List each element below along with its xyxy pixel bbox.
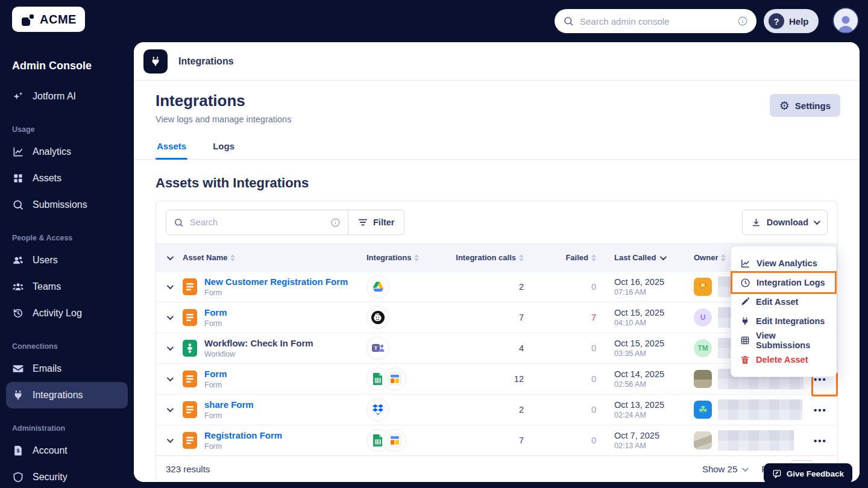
menu-item-edit-asset[interactable]: Edit Asset bbox=[731, 292, 836, 311]
calls-value: 7 bbox=[519, 313, 524, 322]
asset-name-link[interactable]: Registration Form bbox=[204, 430, 282, 440]
svg-text:$: $ bbox=[17, 448, 20, 454]
sort-icon[interactable] bbox=[519, 254, 524, 261]
expand-row-chevron-icon[interactable] bbox=[167, 344, 174, 351]
asset-name-link[interactable]: New Customer Registration Form bbox=[204, 277, 348, 287]
info-icon[interactable] bbox=[330, 217, 341, 228]
filter-label: Filter bbox=[373, 217, 394, 227]
admin-search[interactable] bbox=[555, 9, 756, 33]
last-called-time: 03:35 AM bbox=[614, 349, 685, 358]
filter-button[interactable]: Filter bbox=[348, 210, 404, 235]
table-search[interactable] bbox=[166, 210, 348, 235]
page-header: Integrations View logs and manage integr… bbox=[134, 81, 860, 124]
menu-item-label: Delete Asset bbox=[756, 355, 808, 364]
owner-avatar-photo bbox=[694, 431, 712, 449]
calls-value: 7 bbox=[519, 436, 524, 445]
sidebar-item-integrations[interactable]: Integrations bbox=[6, 382, 128, 408]
page-size-label: Show 25 bbox=[702, 464, 737, 474]
search-icon bbox=[563, 16, 574, 27]
sidebar-item-emails[interactable]: Emails bbox=[0, 355, 134, 382]
sidebar-item-account[interactable]: $ Account bbox=[0, 437, 134, 464]
calls-value: 2 bbox=[519, 282, 524, 292]
asset-type: Workflow bbox=[204, 350, 313, 358]
sidebar: Admin Console Jotform AI Usage Analytics… bbox=[0, 42, 134, 488]
sidebar-item-assets[interactable]: Assets bbox=[0, 165, 134, 192]
asset-name[interactable]: Workflow: Check In Form bbox=[204, 338, 313, 348]
table-row: Registration Form Form 7 0 Oct 7, 202502… bbox=[156, 425, 837, 455]
dropbox-icon bbox=[366, 398, 389, 421]
integrations-badge bbox=[143, 49, 168, 74]
table-footer: 323 results Show 25 Page: of bbox=[156, 455, 837, 482]
sidebar-item-label: Account bbox=[33, 445, 68, 456]
col-failed: Failed bbox=[565, 253, 588, 262]
col-asset-name: Asset Name bbox=[183, 253, 227, 262]
svg-text:T: T bbox=[374, 345, 378, 351]
sorted-desc-chevron-icon[interactable] bbox=[660, 253, 667, 260]
user-avatar[interactable] bbox=[832, 7, 859, 34]
search-icon bbox=[174, 217, 184, 228]
admin-search-input[interactable] bbox=[580, 16, 731, 27]
asset-name-link[interactable]: Form bbox=[204, 369, 227, 379]
feedback-icon bbox=[772, 469, 782, 478]
acme-logo[interactable]: ACME bbox=[12, 7, 85, 32]
sort-icon[interactable] bbox=[230, 254, 235, 261]
expand-row-chevron-icon[interactable] bbox=[167, 405, 174, 412]
last-called-date: Oct 15, 2025 bbox=[614, 339, 685, 348]
download-button[interactable]: Download bbox=[742, 210, 828, 235]
expand-all-chevron-icon[interactable] bbox=[167, 253, 174, 260]
pencil-icon bbox=[740, 297, 750, 307]
expand-row-chevron-icon[interactable] bbox=[167, 283, 174, 289]
menu-item-edit-integrations[interactable]: Edit Integrations bbox=[731, 311, 836, 331]
asset-name-link[interactable]: Form bbox=[204, 307, 227, 318]
tab-logs[interactable]: Logs bbox=[212, 140, 236, 159]
info-icon[interactable] bbox=[737, 16, 748, 27]
sort-icon[interactable] bbox=[414, 254, 419, 261]
expand-row-chevron-icon[interactable] bbox=[167, 436, 174, 443]
last-called-date: Oct 13, 2025 bbox=[614, 400, 685, 410]
failed-value: 0 bbox=[591, 374, 596, 384]
chevron-down-icon bbox=[742, 465, 749, 471]
sidebar-item-security[interactable]: Security bbox=[0, 464, 134, 488]
expand-row-chevron-icon[interactable] bbox=[167, 313, 174, 320]
last-called-date: Oct 14, 2025 bbox=[614, 369, 685, 379]
sort-icon[interactable] bbox=[721, 254, 726, 261]
asset-name-link[interactable]: share Form bbox=[204, 399, 254, 410]
sidebar-item-jotform-ai[interactable]: Jotform AI bbox=[0, 83, 134, 110]
owner-avatar-initial: U bbox=[694, 308, 712, 327]
last-called-time: 04:10 AM bbox=[614, 319, 685, 327]
sort-icon[interactable] bbox=[591, 254, 596, 261]
row-actions-button[interactable]: ••• bbox=[814, 405, 827, 415]
menu-item-view-analytics[interactable]: View Analytics bbox=[731, 254, 836, 273]
col-owner: Owner bbox=[694, 253, 718, 262]
give-feedback-button[interactable]: Give Feedback bbox=[764, 463, 852, 484]
breadcrumb: Integrations bbox=[134, 42, 860, 81]
page-subtitle: View logs and manage integrations bbox=[156, 114, 838, 124]
menu-item-label: Edit Integrations bbox=[756, 316, 825, 326]
help-button[interactable]: ? Help bbox=[764, 9, 819, 33]
sidebar-item-activity-log[interactable]: Activity Log bbox=[0, 300, 134, 327]
acme-logo-text: ACME bbox=[40, 13, 77, 27]
menu-item-view-submissions[interactable]: View Submissions bbox=[731, 331, 836, 350]
row-actions-button[interactable]: ••• bbox=[814, 436, 827, 446]
table-search-input[interactable] bbox=[190, 217, 324, 227]
menu-item-label: Edit Asset bbox=[756, 297, 798, 307]
section-title: Assets with Integrations bbox=[156, 175, 838, 191]
page-size-select[interactable]: Show 25 bbox=[702, 464, 747, 474]
calls-value: 12 bbox=[514, 374, 524, 384]
clock-icon bbox=[740, 278, 750, 288]
sidebar-item-analytics[interactable]: Analytics bbox=[0, 139, 134, 165]
calls-value: 2 bbox=[519, 405, 524, 414]
settings-button[interactable]: ⚙ Settings bbox=[770, 94, 840, 117]
menu-item-integration-logs[interactable]: Integration Logs bbox=[731, 273, 836, 292]
sidebar-item-teams[interactable]: Teams bbox=[0, 274, 134, 300]
question-icon: ? bbox=[769, 13, 784, 29]
sidebar-item-label: Assets bbox=[33, 173, 61, 184]
sidebar-item-submissions[interactable]: Submissions bbox=[0, 192, 134, 218]
asset-type: Form bbox=[204, 411, 254, 420]
table-grid-icon bbox=[740, 336, 750, 345]
expand-row-chevron-icon[interactable] bbox=[167, 375, 174, 381]
menu-item-delete-asset[interactable]: Delete Asset bbox=[731, 350, 836, 369]
tab-assets[interactable]: Assets bbox=[156, 140, 187, 159]
billing-doc-icon: $ bbox=[12, 445, 24, 457]
sidebar-item-users[interactable]: Users bbox=[0, 247, 134, 274]
